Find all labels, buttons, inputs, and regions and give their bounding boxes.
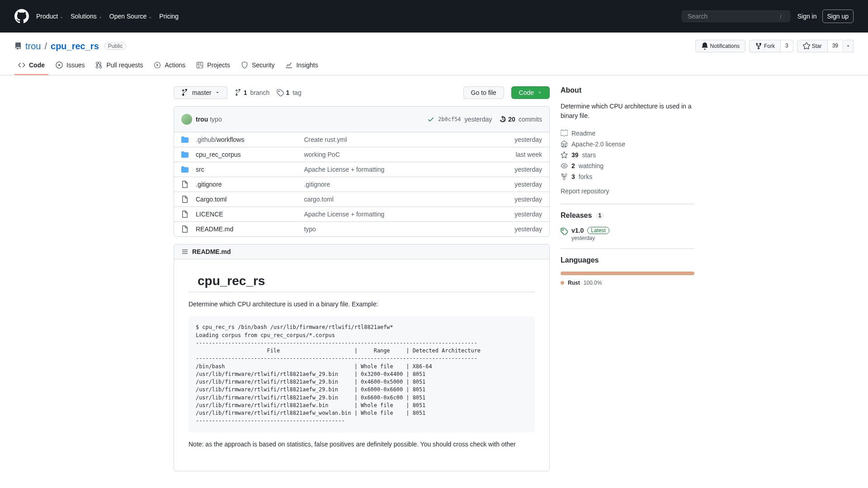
- search-input[interactable]: [688, 13, 778, 20]
- releases-section: Releases1 v1.0Latest yesterday: [561, 211, 694, 249]
- releases-heading[interactable]: Releases1: [561, 211, 694, 220]
- repo-icon: [14, 42, 22, 50]
- about-description: Determine which CPU architecture is used…: [561, 102, 694, 121]
- commit-author[interactable]: trou: [196, 116, 208, 123]
- file-name[interactable]: LICENCE: [196, 211, 304, 218]
- language-item[interactable]: Rust100.0%: [561, 280, 602, 286]
- sidebar: About Determine which CPU architecture i…: [561, 86, 694, 471]
- readme-note: Note: as the approach is based on statis…: [189, 440, 535, 449]
- repo-title: trou / cpu_rec_rs Public: [14, 41, 126, 52]
- file-row: srcApache License + formattingyesterday: [174, 162, 549, 177]
- branch-selector[interactable]: master: [174, 86, 227, 99]
- file-name[interactable]: Cargo.toml: [196, 196, 304, 203]
- about-section: About Determine which CPU architecture i…: [561, 86, 694, 204]
- file-commit-msg[interactable]: .gitignore: [304, 181, 514, 188]
- file-icon: [181, 211, 189, 218]
- file-name[interactable]: .gitignore: [196, 181, 304, 188]
- release-item[interactable]: v1.0Latest yesterday: [561, 227, 694, 241]
- readme-intro: Determine which CPU architecture is used…: [189, 300, 535, 309]
- file-commit-msg[interactable]: typo: [304, 225, 514, 233]
- lang-dot-icon: [561, 281, 564, 285]
- list-icon[interactable]: [181, 248, 189, 255]
- separator: /: [44, 41, 47, 52]
- file-date: yesterday: [514, 166, 542, 173]
- code-dropdown-button[interactable]: Code: [511, 86, 550, 99]
- tab-code[interactable]: Code: [14, 58, 48, 75]
- star-icon: [803, 42, 810, 50]
- file-list: trou typo 2b0cf54 yesterday 20commits .g…: [174, 106, 550, 237]
- avatar[interactable]: [181, 114, 192, 125]
- languages-heading: Languages: [561, 256, 694, 264]
- file-commit-msg[interactable]: Apache License + formatting: [304, 166, 514, 173]
- nav-solutions[interactable]: Solutions⌄: [71, 13, 102, 20]
- file-icon: [181, 196, 189, 203]
- tab-issues[interactable]: Issues: [52, 58, 88, 75]
- go-to-file-button[interactable]: Go to file: [463, 86, 504, 99]
- file-name[interactable]: .github/workflows: [196, 136, 304, 143]
- stars-link[interactable]: 39 stars: [561, 150, 694, 160]
- fork-button-group: Fork 3: [749, 40, 793, 52]
- readme-code-block: $ cpu_rec_rs /bin/bash /usr/lib/firmware…: [189, 316, 535, 432]
- readme-filename[interactable]: README.md: [192, 248, 231, 255]
- star-count[interactable]: 39: [828, 40, 843, 52]
- about-heading: About: [561, 86, 694, 94]
- repo-header: trou / cpu_rec_rs Public Notifications F…: [0, 33, 868, 52]
- tab-pulls[interactable]: Pull requests: [92, 58, 146, 75]
- forks-link[interactable]: 3 forks: [561, 171, 694, 182]
- file-commit-msg[interactable]: Apache License + formatting: [304, 211, 514, 218]
- readme-body: cpu_rec_rs Determine which CPU architect…: [174, 259, 549, 471]
- file-date: last week: [516, 151, 542, 158]
- readme-link[interactable]: Readme: [561, 128, 694, 139]
- bell-icon: [701, 42, 708, 50]
- nav-product[interactable]: Product⌄: [36, 13, 63, 20]
- history-icon: [499, 116, 506, 123]
- chevron-down-icon: ⌄: [99, 14, 102, 19]
- star-button[interactable]: Star: [797, 40, 828, 52]
- sign-up-button[interactable]: Sign up: [822, 9, 854, 23]
- owner-link[interactable]: trou: [25, 41, 41, 52]
- nav-links: Product⌄ Solutions⌄ Open Source⌄ Pricing: [36, 13, 682, 20]
- report-link[interactable]: Report repository: [561, 186, 694, 197]
- commit-date: yesterday: [465, 116, 492, 123]
- language-bar[interactable]: [561, 272, 694, 275]
- star-dropdown[interactable]: [843, 40, 854, 52]
- search-box[interactable]: /: [682, 10, 790, 22]
- tab-projects[interactable]: Projects: [193, 58, 234, 75]
- law-icon: [561, 141, 568, 148]
- license-link[interactable]: Apache-2.0 license: [561, 139, 694, 150]
- file-name[interactable]: cpu_rec_corpus: [196, 151, 304, 158]
- fork-count[interactable]: 3: [781, 40, 793, 52]
- sign-in-link[interactable]: Sign in: [797, 13, 817, 20]
- file-commit-msg[interactable]: cargo.toml: [304, 196, 514, 203]
- book-icon: [561, 130, 568, 137]
- notifications-button[interactable]: Notifications: [695, 40, 745, 52]
- star-icon: [561, 151, 568, 159]
- readme-title: cpu_rec_rs: [189, 274, 535, 292]
- branches-link[interactable]: 1branch: [235, 89, 270, 96]
- watching-link[interactable]: 2 watching: [561, 160, 694, 171]
- commit-message[interactable]: typo: [210, 116, 222, 123]
- nav-opensource[interactable]: Open Source⌄: [109, 13, 152, 20]
- nav-pricing[interactable]: Pricing: [159, 13, 179, 20]
- github-logo[interactable]: [14, 9, 29, 23]
- caret-down-icon: [215, 90, 220, 95]
- tags-link[interactable]: 1tag: [277, 89, 301, 96]
- tab-insights[interactable]: Insights: [282, 58, 321, 75]
- repo-name-link[interactable]: cpu_rec_rs: [51, 41, 99, 52]
- fork-button[interactable]: Fork: [749, 40, 781, 52]
- tab-actions[interactable]: Actions: [150, 58, 189, 75]
- tab-security[interactable]: Security: [237, 58, 278, 75]
- file-commit-msg[interactable]: Create rust.yml: [304, 136, 514, 143]
- commit-sha[interactable]: 2b0cf54: [438, 116, 461, 122]
- file-commit-msg[interactable]: working PoC: [304, 151, 515, 158]
- repo-actions: Notifications Fork 3 Star 39: [695, 40, 854, 52]
- file-date: yesterday: [514, 196, 542, 203]
- file-name[interactable]: src: [196, 166, 304, 173]
- checks-status-icon[interactable]: [427, 116, 434, 123]
- file-name[interactable]: README.md: [196, 225, 304, 233]
- file-row: Cargo.tomlcargo.tomlyesterday: [174, 192, 549, 207]
- main-content: master 1branch 1tag Go to file Code tr: [174, 86, 550, 471]
- commits-link[interactable]: 20commits: [499, 116, 542, 123]
- top-nav: Product⌄ Solutions⌄ Open Source⌄ Pricing…: [0, 0, 868, 33]
- shield-icon: [241, 61, 248, 69]
